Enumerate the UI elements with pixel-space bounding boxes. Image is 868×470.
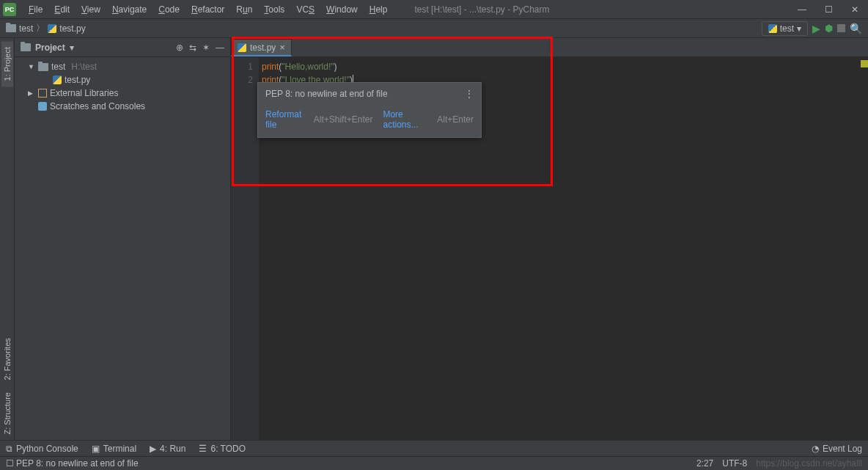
hint-message: PEP 8: no newline at end of file <box>265 89 388 99</box>
more-actions-link[interactable]: More actions... <box>383 109 427 130</box>
expand-arrow-icon[interactable]: ▶ <box>28 89 35 97</box>
breadcrumb-separator: 〉 <box>36 22 45 34</box>
more-actions-shortcut: Alt+Enter <box>437 114 474 125</box>
menu-window[interactable]: Window <box>321 2 363 17</box>
run-config-label: test <box>780 23 794 34</box>
menu-view[interactable]: View <box>76 2 106 17</box>
project-tool-tab[interactable]: 1: Project <box>1 41 13 87</box>
folder-icon <box>38 63 48 71</box>
event-log-tab[interactable]: ◔ Event Log <box>812 444 862 454</box>
cursor-position[interactable]: 2:27 <box>696 458 713 469</box>
tree-root[interactable]: ▼ test H:\test <box>15 60 230 73</box>
tree-file-label: test.py <box>65 75 90 85</box>
todo-tab[interactable]: ☰ 6: TODO <box>199 444 246 454</box>
tree-file[interactable]: test.py <box>15 73 230 87</box>
stop-button[interactable] <box>837 24 845 32</box>
tree-scratches[interactable]: Scratches and Consoles <box>15 100 230 113</box>
tree-root-path: H:\test <box>71 62 97 72</box>
python-file-icon <box>48 24 56 33</box>
menu-navigate[interactable]: Navigate <box>107 2 152 17</box>
menu-code[interactable]: Code <box>153 2 185 17</box>
event-log-icon: ◔ <box>812 444 819 454</box>
favorites-tool-tab[interactable]: 2: Favorites <box>1 332 13 386</box>
warning-stripe-marker[interactable] <box>861 60 868 67</box>
run-tab[interactable]: ▶ 4: Run <box>150 444 185 454</box>
main-content: 1: Project 2: Favorites Z: Structure Pro… <box>0 38 868 440</box>
menu-vcs[interactable]: VCS <box>291 2 320 17</box>
breadcrumb[interactable]: test 〉 test.py <box>6 22 86 34</box>
python-file-icon <box>238 43 246 52</box>
watermark-text: https://blog.csdn.net/ayhalll <box>756 458 862 469</box>
menu-help[interactable]: Help <box>364 2 393 17</box>
expand-arrow-icon[interactable]: ▼ <box>28 63 35 70</box>
python-icon <box>768 24 777 33</box>
reformat-shortcut: Alt+Shift+Enter <box>314 114 373 125</box>
menu-tools[interactable]: Tools <box>259 2 290 17</box>
menu-file[interactable]: File <box>23 2 48 17</box>
status-bar: ☐ PEP 8: no newline at end of file 2:27 … <box>0 456 868 470</box>
structure-tool-tab[interactable]: Z: Structure <box>1 386 13 440</box>
navigation-bar: test 〉 test.py test ▾ ▶ ⬢ 🔍 <box>0 19 868 38</box>
breadcrumb-file: test.py <box>59 23 85 34</box>
project-header-label: Project <box>35 43 65 53</box>
python-file-icon <box>53 76 62 84</box>
status-message: PEP 8: no newline at end of file <box>16 458 139 469</box>
locate-icon[interactable]: ⊕ <box>176 43 183 53</box>
search-everywhere-button[interactable]: 🔍 <box>850 23 862 34</box>
menu-refactor[interactable]: Refactor <box>186 2 229 17</box>
line-number: 2 <box>231 73 253 87</box>
main-menu: File Edit View Navigate Code Refactor Ru… <box>23 2 392 17</box>
file-encoding[interactable]: UTF-8 <box>722 458 747 469</box>
reformat-file-link[interactable]: Reformat file <box>265 109 304 130</box>
folder-icon <box>6 24 16 32</box>
terminal-icon: ▣ <box>92 444 100 454</box>
app-icon: PC <box>3 3 16 16</box>
project-sidebar: Project ▾ ⊕ ⇆ ✶ — ▼ test H:\test test.py <box>15 38 231 440</box>
editor-tab[interactable]: test.py × <box>231 39 292 56</box>
inspection-hint-popup: PEP 8: no newline at end of file ⋮ Refor… <box>257 82 482 138</box>
close-button[interactable]: ✕ <box>845 2 865 17</box>
editor-tab-bar: test.py × <box>231 38 868 57</box>
editor-area: test.py × 1 2 print("Hello,world!") prin… <box>231 38 868 440</box>
tree-scratches-label: Scratches and Consoles <box>50 101 145 111</box>
minimize-button[interactable]: — <box>792 2 812 17</box>
run-button[interactable]: ▶ <box>812 23 820 34</box>
library-icon <box>38 89 47 98</box>
window-controls: — ☐ ✕ <box>792 2 865 17</box>
bottom-tool-bar: ⧉ Python Console ▣ Terminal ▶ 4: Run ☰ 6… <box>0 440 868 456</box>
hint-more-icon[interactable]: ⋮ <box>465 89 474 99</box>
project-tree: ▼ test H:\test test.py ▶ External Librar… <box>15 57 230 116</box>
status-icon: ☐ <box>6 458 14 469</box>
title-bar: PC File Edit View Navigate Code Refactor… <box>0 0 868 19</box>
toolbar-right: test ▾ ▶ ⬢ 🔍 <box>762 21 862 36</box>
todo-icon: ☰ <box>199 444 207 454</box>
hide-panel-icon[interactable]: — <box>216 43 224 53</box>
dropdown-arrow-icon: ▾ <box>797 23 801 34</box>
run-icon: ▶ <box>150 444 156 454</box>
close-tab-icon[interactable]: × <box>279 42 285 53</box>
menu-edit[interactable]: Edit <box>49 2 75 17</box>
line-number-gutter: 1 2 <box>231 57 259 440</box>
tree-external-libraries[interactable]: ▶ External Libraries <box>15 87 230 100</box>
python-console-tab[interactable]: ⧉ Python Console <box>6 444 78 454</box>
collapse-all-icon[interactable]: ⇆ <box>189 43 196 53</box>
breadcrumb-folder: test <box>19 23 33 34</box>
tree-root-label: test <box>51 62 65 72</box>
settings-gear-icon[interactable]: ✶ <box>202 43 210 53</box>
editor-tab-label: test.py <box>250 43 276 53</box>
run-configuration-selector[interactable]: test ▾ <box>762 21 808 36</box>
line-number: 1 <box>231 60 253 73</box>
maximize-button[interactable]: ☐ <box>818 2 839 17</box>
python-console-icon: ⧉ <box>6 444 12 454</box>
view-mode-dropdown-icon[interactable]: ▾ <box>70 43 74 53</box>
terminal-tab[interactable]: ▣ Terminal <box>92 444 136 454</box>
project-sidebar-header: Project ▾ ⊕ ⇆ ✶ — <box>15 38 230 57</box>
window-title: test [H:\test] - ...\test.py - PyCharm <box>414 4 549 15</box>
project-icon <box>21 43 31 51</box>
debug-button[interactable]: ⬢ <box>825 23 833 34</box>
menu-run[interactable]: Run <box>231 2 257 17</box>
tree-ext-lib-label: External Libraries <box>50 88 118 98</box>
left-tool-stripe: 1: Project 2: Favorites Z: Structure <box>0 38 15 440</box>
scratches-icon <box>38 102 47 111</box>
